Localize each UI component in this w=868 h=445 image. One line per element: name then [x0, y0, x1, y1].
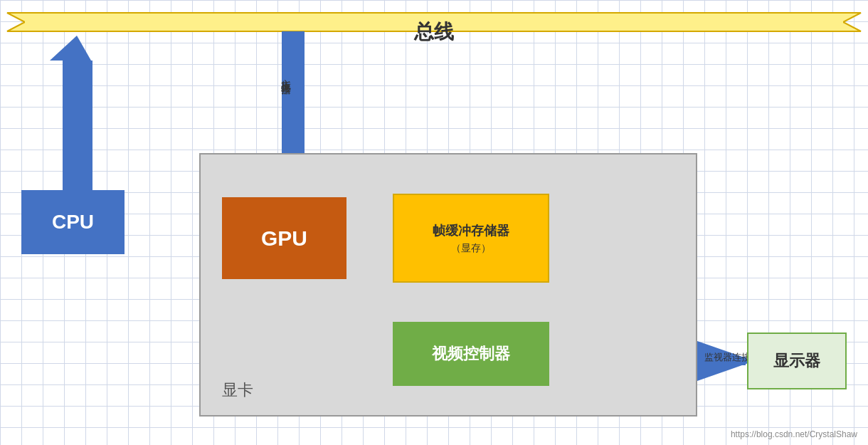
- framebuffer-box: 帧缓冲存储器 （显存）: [393, 194, 549, 283]
- svg-marker-2: [7, 13, 39, 31]
- gpu-label: GPU: [261, 226, 307, 251]
- gpu-card: GPU 帧缓冲存储器 （显存） 视频控制器 显卡: [199, 153, 697, 417]
- monitor-label: 显示器: [773, 350, 820, 372]
- cpu-label: CPU: [52, 211, 94, 234]
- framebuffer-sublabel: （显存）: [451, 242, 491, 255]
- mainboard-connector-label: 主板连接器: [280, 71, 292, 78]
- diagram-container: 总线 CPU 主板连接器 GPU 帧缓冲存储器 （显存） 视频控制器 显卡 监视…: [0, 0, 868, 445]
- framebuffer-label: 帧缓冲存储器: [433, 222, 509, 239]
- svg-rect-9: [282, 31, 305, 163]
- gpu-box: GPU: [222, 197, 346, 279]
- monitor-box: 显示器: [747, 333, 847, 389]
- video-controller-box: 视频控制器: [393, 322, 549, 386]
- video-controller-label: 视频控制器: [432, 343, 510, 365]
- svg-marker-3: [829, 13, 861, 31]
- cpu-box: CPU: [21, 190, 125, 254]
- svg-marker-8: [50, 36, 91, 61]
- gpu-card-label: 显卡: [222, 379, 253, 401]
- watermark: https://blog.csdn.net/CrystalShaw: [731, 429, 857, 439]
- svg-rect-7: [63, 61, 92, 192]
- bus-label: 总线: [414, 19, 454, 46]
